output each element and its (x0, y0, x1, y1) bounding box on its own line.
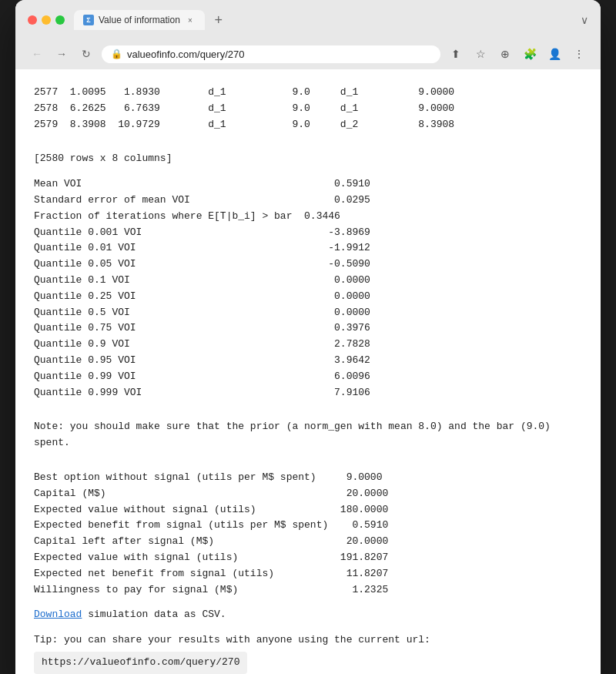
url-text: valueofinfo.com/query/270 (127, 49, 244, 60)
stats-section: Mean VOI 0.5910 Standard error of mean V… (34, 176, 582, 401)
note-text: Note: you should make sure that the prio… (34, 419, 582, 451)
new-tab-button[interactable]: + (208, 9, 229, 31)
tip-text: Tip: you can share your results with any… (34, 632, 582, 649)
lock-icon: 🔒 (111, 49, 122, 59)
puzzle-icon[interactable]: 🧩 (521, 45, 539, 63)
table-row-2579: 2579 8.3908 10.9729 d_1 9.0 d_2 8.3908 (34, 117, 582, 133)
extension-icon[interactable]: ⊕ (496, 45, 514, 63)
active-tab[interactable]: Σ Value of information × (74, 10, 205, 30)
result-wtp: Willingness to pay for signal (M$) 1.232… (34, 582, 582, 599)
results-section: Best option without signal (utils per M$… (34, 470, 582, 598)
tab-close-button[interactable]: × (185, 15, 196, 25)
result-ev-without: Expected value without signal (utils) 18… (34, 502, 582, 518)
traffic-lights (28, 15, 65, 25)
result-ev-with: Expected value with signal (utils) 191.8… (34, 550, 582, 566)
stat-q95: Quantile 0.95 VOI 3.9642 (34, 353, 582, 369)
download-suffix: simulation data as CSV. (82, 609, 226, 620)
result-net-benefit: Expected net benefit from signal (utils)… (34, 566, 582, 582)
stat-stderr: Standard error of mean VOI 0.0295 (34, 193, 582, 209)
table-row-2578: 2578 6.2625 6.7639 d_1 9.0 d_1 9.0000 (34, 101, 582, 117)
share-url[interactable]: https://valueofinfo.com/query/270 (34, 652, 247, 674)
forward-button[interactable]: → (52, 45, 71, 63)
stat-fraction: Fraction of iterations where E[T|b_i] > … (34, 209, 582, 225)
stat-q75: Quantile 0.75 VOI 0.3976 (34, 320, 582, 337)
minimize-button[interactable] (42, 15, 51, 25)
result-best-option: Best option without signal (utils per M$… (34, 470, 582, 486)
stat-q25: Quantile 0.25 VOI 0.0000 (34, 289, 582, 305)
stat-q1: Quantile 0.1 VOI 0.0000 (34, 273, 582, 289)
stat-q9: Quantile 0.9 VOI 2.7828 (34, 337, 582, 353)
stat-q99: Quantile 0.99 VOI 6.0096 (34, 369, 582, 385)
result-capital-after: Capital left after signal (M$) 20.0000 (34, 534, 582, 550)
bookmark-icon[interactable]: ☆ (471, 45, 490, 63)
back-button[interactable]: ← (28, 45, 46, 63)
table-row-2577: 2577 1.0095 1.8930 d_1 9.0 d_1 9.0000 (34, 85, 582, 101)
result-benefit-signal: Expected benefit from signal (utils per … (34, 518, 582, 534)
address-bar: ← → ↻ 🔒 valueofinfo.com/query/270 ⬆ ☆ ⊕ … (15, 39, 601, 69)
tip-section: Tip: you can share your results with any… (34, 632, 582, 674)
maximize-button[interactable] (55, 15, 65, 25)
menu-icon[interactable]: ⋮ (570, 45, 588, 63)
tab-favicon: Σ (83, 15, 94, 25)
stat-q01: Quantile 0.01 VOI -1.9912 (34, 240, 582, 257)
download-link[interactable]: Download (34, 609, 82, 620)
tab-bar: Σ Value of information × + (74, 9, 581, 31)
account-icon[interactable]: 👤 (545, 45, 564, 63)
stat-q999: Quantile 0.999 VOI 7.9106 (34, 385, 582, 401)
stat-q05: Quantile 0.05 VOI -0.5090 (34, 257, 582, 273)
stat-mean-voi: Mean VOI 0.5910 (34, 176, 582, 193)
content-area: 2577 1.0095 1.8930 d_1 9.0 d_1 9.0000 25… (15, 69, 601, 674)
reload-button[interactable]: ↻ (77, 45, 95, 63)
window-control[interactable]: ∨ (581, 14, 588, 26)
browser-window: Σ Value of information × + ∨ ← → ↻ 🔒 val… (15, 0, 601, 674)
download-section: Download simulation data as CSV. (34, 607, 582, 623)
share-icon[interactable]: ⬆ (447, 45, 465, 63)
result-capital: Capital (M$) 20.0000 (34, 486, 582, 502)
title-bar: Σ Value of information × + ∨ (15, 0, 601, 39)
toolbar-icons: ⬆ ☆ ⊕ 🧩 👤 ⋮ (447, 45, 588, 63)
row-count: [2580 rows x 8 columns] (34, 151, 582, 167)
data-table: 2577 1.0095 1.8930 d_1 9.0 d_1 9.0000 25… (34, 85, 582, 132)
tab-label: Value of information (99, 15, 180, 25)
stat-q5: Quantile 0.5 VOI 0.0000 (34, 305, 582, 321)
url-bar[interactable]: 🔒 valueofinfo.com/query/270 (102, 45, 440, 63)
stat-q001: Quantile 0.001 VOI -3.8969 (34, 225, 582, 241)
close-button[interactable] (28, 15, 37, 25)
